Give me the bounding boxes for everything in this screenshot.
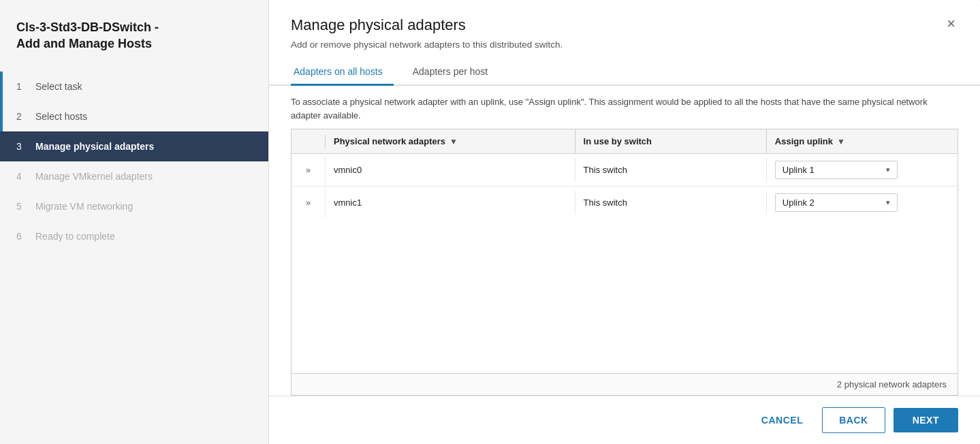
step-6-num: 6 [16,231,29,242]
step-4-num: 4 [16,171,29,182]
step-1-num: 1 [16,81,29,92]
row-1-uplink-value: Uplink 1 [783,165,815,175]
close-button[interactable]: × [944,16,958,31]
adapters-table: Physical network adapters ▼ In use by sw… [291,129,958,396]
step-6: 6 Ready to complete [0,221,268,251]
table-footer: 2 physical network adapters [291,373,958,395]
col-expand-header [291,135,326,148]
back-button[interactable]: BACK [822,407,885,433]
col-adapter-header: Physical network adapters ▼ [326,129,575,153]
uplink-filter-icon[interactable]: ▼ [837,137,845,146]
row-1-expand[interactable]: » [291,155,326,185]
row-1-uplink: Uplink 1 ▾ [767,154,958,186]
table-count: 2 physical network adapters [837,379,947,390]
cancel-button[interactable]: CANCEL [750,408,814,432]
tab-adapters-per-host[interactable]: Adapters per host [410,61,499,86]
row-1-inuse: This switch [575,158,767,182]
content-panel: Manage physical adapters × Add or remove… [269,0,980,444]
tabs-container: Adapters on all hosts Adapters per host [269,50,980,86]
col-adapter-label: Physical network adapters [334,136,445,146]
sidebar-title: Cls-3-Std3-DB-DSwitch - Add and Manage H… [0,19,268,72]
row-2-uplink-select[interactable]: Uplink 2 ▾ [775,193,898,212]
step-2: 2 Select hosts [0,101,268,131]
step-1: 1 Select task [0,72,268,101]
chevron-down-icon: ▾ [886,165,890,174]
tab-adapters-all-hosts[interactable]: Adapters on all hosts [291,61,394,86]
step-4-label: Manage VMkernel adapters [35,171,153,182]
row-1-uplink-select[interactable]: Uplink 1 ▾ [775,161,898,179]
step-3-num: 3 [16,141,29,152]
step-3: 3 Manage physical adapters [0,131,268,161]
row-2-expand[interactable]: » [291,188,326,218]
table-row: » vmnic1 This switch Uplink 2 ▾ [291,187,958,219]
step-2-label: Select hosts [35,111,87,122]
table-row: » vmnic0 This switch Uplink 1 ▾ [291,154,958,187]
content-header: Manage physical adapters × [269,0,980,34]
content-description: Add or remove physical network adapters … [269,34,980,50]
sidebar-steps: 1 Select task 2 Select hosts 3 Manage ph… [0,72,268,251]
row-2-adapter: vmnic1 [326,191,575,215]
step-5: 5 Migrate VM networking [0,191,268,221]
chevron-down-icon: ▾ [886,198,890,207]
adapter-filter-icon[interactable]: ▼ [449,137,458,146]
step-6-label: Ready to complete [35,231,115,242]
step-5-num: 5 [16,201,29,212]
col-inuse-header: In use by switch [575,129,767,153]
step-2-num: 2 [16,111,29,122]
col-uplink-label: Assign uplink [775,136,833,146]
step-5-label: Migrate VM networking [35,201,133,212]
row-2-uplink-value: Uplink 2 [783,197,815,208]
step-4: 4 Manage VMkernel adapters [0,161,268,191]
table-header: Physical network adapters ▼ In use by sw… [291,129,958,154]
sidebar: Cls-3-Std3-DB-DSwitch - Add and Manage H… [0,0,269,444]
table-body: » vmnic0 This switch Uplink 1 ▾ » vmnic1… [291,154,958,373]
col-uplink-header: Assign uplink ▼ [767,129,958,153]
dialog-footer: CANCEL BACK NEXT [269,396,980,444]
dialog: Cls-3-Std3-DB-DSwitch - Add and Manage H… [0,0,980,444]
col-inuse-label: In use by switch [584,136,652,146]
row-1-adapter: vmnic0 [326,158,575,182]
row-2-uplink: Uplink 2 ▾ [767,187,958,219]
step-1-label: Select task [35,81,82,92]
info-text: To associate a physical network adapter … [269,86,980,129]
row-2-inuse: This switch [575,191,767,215]
next-button[interactable]: NEXT [894,408,958,432]
content-title: Manage physical adapters [291,16,466,34]
step-3-label: Manage physical adapters [35,141,154,152]
